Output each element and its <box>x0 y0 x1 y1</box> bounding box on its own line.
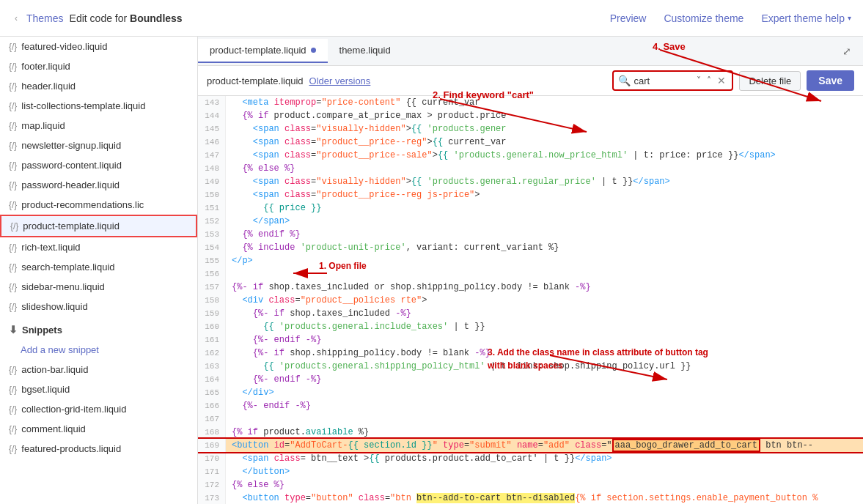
code-line-149: 149 <span class="visually-hidden">{{ 'pr… <box>198 175 863 188</box>
code-line-153: 153 {% endif %} <box>198 228 863 241</box>
code-line-145: 145 <span class="visually-hidden">{{ 'pr… <box>198 122 863 136</box>
sidebar-item-list-collections[interactable]: {/} list-collections-template.liquid <box>0 96 197 116</box>
sidebar-item-rich-text[interactable]: {/} rich-text.liquid <box>0 237 197 257</box>
sidebar-item-slideshow[interactable]: {/} slideshow.liquid <box>0 297 197 316</box>
themes-link[interactable]: Themes <box>26 12 64 24</box>
code-line-170: 170 <span class= btn__text >{{ products.… <box>198 452 863 465</box>
expert-help-link[interactable]: Expert theme help <box>761 12 845 24</box>
file-icon: {/} <box>9 242 17 253</box>
sidebar-item-search-template[interactable]: {/} search-template.liquid <box>0 257 197 277</box>
code-line-147: 147 <span class="product__price--sale">{… <box>198 149 863 162</box>
sidebar-item-password-content[interactable]: {/} password-content.liquid <box>0 155 197 175</box>
file-icon: {/} <box>10 221 18 231</box>
snippets-section-header: ⬇ Snippets <box>0 316 197 340</box>
code-line-144: 144 {% if product.compare_at_price_max >… <box>198 109 863 122</box>
sidebar-item-sidebar-menu[interactable]: {/} sidebar-menu.liquid <box>0 277 197 297</box>
file-icon: {/} <box>9 121 17 131</box>
edit-title: Edit code for Boundless <box>70 12 183 24</box>
expand-icon[interactable]: ⤢ <box>837 41 857 62</box>
file-icon: {/} <box>9 42 17 52</box>
older-versions-link[interactable]: Older versions <box>309 75 371 86</box>
search-close-button[interactable]: ✕ <box>716 73 727 88</box>
search-next-button[interactable]: ˄ <box>705 74 713 87</box>
file-icon: {/} <box>9 424 17 434</box>
code-line-169: 169 <button id="AddToCart-{{ section.id … <box>198 439 863 452</box>
code-line-166: 166 {%- endif -%} <box>198 399 863 412</box>
file-icon: {/} <box>9 160 17 171</box>
search-prev-button[interactable]: ˅ <box>695 74 702 87</box>
code-line-150: 150 <span class="product__price--reg js-… <box>198 188 863 201</box>
code-line-163: 163 {{ 'products.general.shipping_policy… <box>198 360 863 373</box>
nav-right: Preview Customize theme Expert theme hel… <box>610 12 851 24</box>
sidebar: {/} featured-video.liquid {/} footer.liq… <box>0 37 198 504</box>
tab-theme[interactable]: theme.liquid <box>328 39 403 63</box>
sidebar-item-header[interactable]: {/} header.liquid <box>0 76 197 96</box>
code-line-173: 173 <button type="button" class="btn btn… <box>198 492 863 504</box>
file-icon: {/} <box>9 385 17 395</box>
code-line-156: 156 <box>198 267 863 281</box>
snippets-icon: ⬇ <box>9 324 18 336</box>
sidebar-item-password-header[interactable]: {/} password-header.liquid <box>0 175 197 195</box>
editor-area: 4. Save 2. Find keyword "cart" 1. Open f… <box>198 37 863 504</box>
code-line-152: 152 </span> <box>198 215 863 228</box>
tab-actions: ⤢ <box>837 41 863 62</box>
code-line-165: 165 </div> <box>198 386 863 399</box>
file-icon: {/} <box>9 81 17 92</box>
file-icon: {/} <box>9 101 17 111</box>
code-editor[interactable]: 143 <meta itemprop="price-content" {{ cu… <box>198 96 863 504</box>
top-nav: ‹ Themes Edit code for Boundless Preview… <box>0 0 863 37</box>
code-line-167: 167 <box>198 412 863 426</box>
sidebar-item-product-recommendations[interactable]: {/} product-recommendations.lic <box>0 195 197 215</box>
sidebar-item-collection-grid-item[interactable]: {/} collection-grid-item.liquid <box>0 399 197 419</box>
sidebar-item-map[interactable]: {/} map.liquid <box>0 116 197 136</box>
customize-theme-link[interactable]: Customize theme <box>664 12 743 24</box>
tab-product-template[interactable]: product-template.liquid <box>198 39 328 63</box>
sidebar-item-product-template[interactable]: {/} product-template.liquid <box>0 215 197 237</box>
sidebar-item-featured-products[interactable]: {/} featured-products.liquid <box>0 439 197 459</box>
file-icon: {/} <box>9 404 17 415</box>
file-icon: {/} <box>9 200 17 210</box>
file-icon: {/} <box>9 302 17 312</box>
nav-chevron-icon: ‹ <box>15 13 18 23</box>
code-line-162: 162 {%- if shop.shipping_policy.body != … <box>198 346 863 360</box>
file-icon: {/} <box>9 141 17 151</box>
sidebar-item-bgset[interactable]: {/} bgset.liquid <box>0 379 197 399</box>
code-line-159: 159 {%- if shop.taxes_included -%} <box>198 307 863 320</box>
code-line-146: 146 <span class="product__price--reg">{{… <box>198 136 863 149</box>
sidebar-item-comment[interactable]: {/} comment.liquid <box>0 419 197 439</box>
editor-toolbar: product-template.liquid Older versions 🔍… <box>198 66 863 96</box>
search-icon: 🔍 <box>618 75 631 86</box>
code-line-157: 157 {%- if shop.taxes_included or shop.s… <box>198 281 863 294</box>
tab-modified-dot <box>311 48 316 53</box>
toolbar-filename: product-template.liquid <box>207 75 304 86</box>
code-line-155: 155 </p> <box>198 254 863 267</box>
code-line-168: 168 {% if product.available %} <box>198 426 863 439</box>
code-line-171: 171 </button> <box>198 465 863 478</box>
sidebar-item-featured-video[interactable]: {/} featured-video.liquid <box>0 37 197 56</box>
file-icon: {/} <box>9 180 17 190</box>
main-layout: {/} featured-video.liquid {/} footer.liq… <box>0 37 863 504</box>
preview-link[interactable]: Preview <box>610 12 647 24</box>
sidebar-item-action-bar[interactable]: {/} action-bar.liquid <box>0 360 197 379</box>
sidebar-item-newsletter[interactable]: {/} newsletter-signup.liquid <box>0 136 197 155</box>
code-line-143: 143 <meta itemprop="price-content" {{ cu… <box>198 96 863 109</box>
expert-theme-help[interactable]: Expert theme help ▾ <box>761 12 851 24</box>
file-icon: {/} <box>9 262 17 273</box>
file-icon: {/} <box>9 62 17 72</box>
code-line-151: 151 {{ price }} <box>198 201 863 215</box>
save-button[interactable]: Save <box>807 70 854 91</box>
file-icon: {/} <box>9 444 17 454</box>
code-line-158: 158 <div class="product__policies rte"> <box>198 294 863 307</box>
delete-file-button[interactable]: Delete file <box>739 71 801 91</box>
file-icon: {/} <box>9 365 17 375</box>
code-line-154: 154 {% include 'product-unit-price', var… <box>198 241 863 254</box>
code-line-160: 160 {{ 'products.general.include_taxes' … <box>198 320 863 333</box>
code-line-164: 164 {%- endif -%} <box>198 373 863 386</box>
search-input[interactable] <box>634 75 692 86</box>
code-line-148: 148 {% else %} <box>198 162 863 175</box>
code-line-161: 161 {%- endif -%} <box>198 333 863 346</box>
file-icon: {/} <box>9 282 17 292</box>
add-snippet-link[interactable]: Add a new snippet <box>0 340 197 360</box>
sidebar-item-footer[interactable]: {/} footer.liquid <box>0 56 197 76</box>
search-box: 🔍 ˅ ˄ ✕ <box>612 70 733 91</box>
